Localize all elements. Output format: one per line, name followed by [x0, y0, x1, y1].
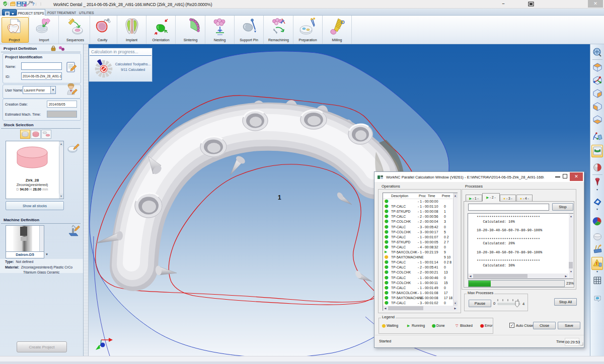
svg-text:1: 1 — [278, 194, 281, 201]
svg-text:Zirconia(presintered): Zirconia(presintered) — [17, 183, 48, 187]
svg-text:!: ! — [596, 261, 597, 266]
svg-text:Zirk_28: Zirk_28 — [26, 178, 39, 183]
svg-text:D 94.00 H 28.00 mm: D 94.00 H 28.00 mm — [17, 188, 48, 191]
svg-text:?: ? — [32, 2, 34, 7]
